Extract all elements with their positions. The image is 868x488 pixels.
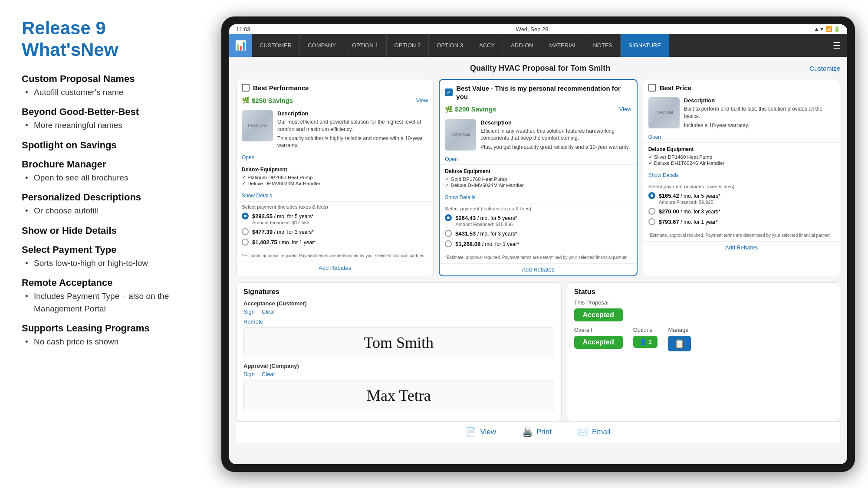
nav-logo[interactable]: 📊 <box>229 34 252 57</box>
bottom-action-bar: 📄View🖨️Print✉️Email <box>236 421 840 442</box>
feature-bullet: Sorts low-to-high or high-to-low <box>22 257 187 270</box>
option-checkbox-0[interactable] <box>242 84 250 92</box>
savings-badge-0: 🌿$250 Savings <box>242 96 293 104</box>
add-rebates-0[interactable]: Add Rebates <box>237 262 433 274</box>
radio-dot-1-1[interactable] <box>445 230 452 237</box>
payment-option-0-0[interactable]: $292.55 / mo. for 5 years*Amount Finance… <box>242 212 428 225</box>
customize-button[interactable]: Customize <box>809 65 840 72</box>
nav-tab-signature[interactable]: SIGNATURE <box>621 34 669 57</box>
customer-sig-actions: Sign Clear <box>243 308 554 315</box>
feature-heading: Spotlight on Savings <box>22 140 187 151</box>
show-details-1[interactable]: Show Details <box>440 192 636 203</box>
open-btn-wrapper-1: Open <box>440 154 636 164</box>
payment-amount-2-0: $165.42 <box>659 193 681 199</box>
payment-option-0-2[interactable]: $1,402.75 / mo. for 1 year* <box>242 238 428 246</box>
add-rebates-1[interactable]: Add Rebates <box>440 263 636 275</box>
status-time: 11:03 <box>236 26 250 33</box>
radio-dot-0-1[interactable] <box>242 228 249 235</box>
radio-dot-2-2[interactable] <box>648 218 655 225</box>
payment-details-0-1: $477.39 / mo. for 3 years* <box>252 228 314 236</box>
option-checkbox-2[interactable] <box>648 84 656 92</box>
hamburger-menu[interactable]: ☰ <box>826 34 847 57</box>
customer-clear-btn[interactable]: Clear <box>262 308 275 315</box>
customer-signature: Tom Smith <box>243 327 554 358</box>
feature-heading: Custom Proposal Names <box>22 73 187 85</box>
payment-option-1-0[interactable]: $264.43 / mo. for 5 years*Amount Finance… <box>445 214 631 227</box>
main-title: Release 9 What'sNew <box>22 17 187 61</box>
show-details-0[interactable]: Show Details <box>237 190 433 201</box>
savings-badge-1: 🌿$200 Savings <box>445 105 496 113</box>
payment-option-1-2[interactable]: $1,268.08 / mo. for 1 year* <box>445 240 631 248</box>
view-link-0[interactable]: View <box>416 97 428 104</box>
option-card-0: Best Performance🌿$250 SavingsViewHVAC Un… <box>236 79 434 276</box>
payment-label-2: Select payment (includes taxes & fees) <box>648 184 835 189</box>
radio-dot-0-2[interactable] <box>242 239 249 246</box>
equipment-item-2-0: ✓ Silver DP1460 Heat Pump <box>648 154 835 160</box>
feature-bullet: Autofill customer's name <box>22 86 187 99</box>
payment-label-0: Select payment (includes taxes & fees) <box>242 204 428 210</box>
payment-option-2-1[interactable]: $270.00 / mo. for 3 years* <box>648 207 835 215</box>
nav-tab-add-on[interactable]: ADD-ON <box>503 34 541 57</box>
option-checkbox-1[interactable]: ✓ <box>445 88 453 96</box>
nav-tab-option-3[interactable]: OPTION 3 <box>429 34 471 57</box>
payment-amount-1-2: $1,268.08 <box>455 241 482 247</box>
nav-tab-option-1[interactable]: OPTION 1 <box>344 34 387 57</box>
payment-term-2-2: / mo. for 1 year* <box>681 219 717 225</box>
nav-tab-accy[interactable]: ACCY <box>471 34 503 57</box>
bottom-action-email[interactable]: ✉️Email <box>578 427 611 437</box>
nav-tab-notes[interactable]: NOTES <box>585 34 621 57</box>
company-sign-btn[interactable]: Sign <box>243 371 255 377</box>
payment-option-2-2[interactable]: $793.67 / mo. for 1 year* <box>648 218 835 226</box>
options-row: Best Performance🌿$250 SavingsViewHVAC Un… <box>236 79 840 276</box>
nav-tab-option-2[interactable]: OPTION 2 <box>387 34 429 57</box>
option-header-1: ✓Best Value - This is my personal recomm… <box>440 80 636 104</box>
bottom-action-print[interactable]: 🖨️Print <box>522 427 552 437</box>
payment-option-2-0[interactable]: $165.42 / mo. for 5 years*Amount Finance… <box>648 192 835 205</box>
radio-dot-1-2[interactable] <box>445 240 452 247</box>
payment-term-1-1: / mo. for 3 years* <box>477 231 517 237</box>
leaf-icon: 🌿 <box>242 96 250 104</box>
open-btn-2[interactable]: Open <box>648 134 661 140</box>
desc-text-1: Efficient in any weather, this solution … <box>480 128 631 142</box>
desc-text2-1: Plus, you get high-quality great reliabi… <box>480 144 631 151</box>
payment-financed-2-0: Amount Financed: $9,925 <box>659 200 720 205</box>
radio-dot-1-0[interactable] <box>445 214 452 221</box>
radio-dot-0-0[interactable] <box>242 213 249 219</box>
equipment-item-0-0: ✓ Platinum DP2060 Heat Pump <box>242 174 428 180</box>
open-btn-wrapper-2: Open <box>643 131 840 142</box>
payment-term-0-0: / mo. for 5 years* <box>274 213 314 219</box>
radio-dot-2-1[interactable] <box>648 208 655 215</box>
open-btn-1[interactable]: Open <box>445 156 457 162</box>
add-rebates-2[interactable]: Add Rebates <box>643 241 840 253</box>
bottom-action-view[interactable]: 📄View <box>466 427 496 437</box>
signatures-box: Signatures Acceptance (Customer) Sign Cl… <box>236 282 562 421</box>
payment-option-1-1[interactable]: $431.53 / mo. for 3 years* <box>445 229 631 237</box>
overall-label: Overall <box>574 327 623 333</box>
manage-button[interactable]: 📋 <box>668 336 691 351</box>
open-btn-0[interactable]: Open <box>242 154 254 160</box>
savings-row-0: 🌿$250 SavingsView <box>237 95 433 108</box>
payment-details-2-0: $165.42 / mo. for 5 years*Amount Finance… <box>659 192 720 205</box>
nav-tab-material[interactable]: MATERIAL <box>541 34 585 57</box>
feature-heading: Brochure Manager <box>22 159 187 170</box>
radio-dot-2-0[interactable] <box>648 192 655 199</box>
options-label: Options <box>633 327 658 333</box>
nav-tab-company[interactable]: COMPANY <box>300 34 344 57</box>
payment-option-0-1[interactable]: $477.39 / mo. for 3 years* <box>242 228 428 236</box>
remote-btn[interactable]: Remote <box>243 318 263 325</box>
company-clear-btn[interactable]: Clear <box>262 371 275 377</box>
overall-accepted-badge: Accepted <box>574 336 623 349</box>
product-image-0: HVAC Unit <box>242 110 273 141</box>
tablet-frame: 11:03 Wed, Sep 28 ▲▼ 📶 🔋 📊 CUSTOMERCOMPA… <box>221 16 855 472</box>
feature-section: Show or Hide Details <box>22 225 187 236</box>
product-image-2: HVAC Unit <box>648 97 680 128</box>
show-details-2[interactable]: Show Details <box>643 170 840 181</box>
status-date: Wed, Sep 28 <box>516 26 549 33</box>
nav-tabs: CUSTOMERCOMPANYOPTION 1OPTION 2OPTION 3A… <box>252 34 826 57</box>
view-link-1[interactable]: View <box>619 106 631 112</box>
payment-details-2-1: $270.00 / mo. for 3 years* <box>659 207 720 215</box>
payment-financed-1-0: Amount Financed: $15,866 <box>455 222 517 227</box>
open-btn-wrapper-0: Open <box>237 152 433 163</box>
customer-sign-btn[interactable]: Sign <box>243 308 255 315</box>
nav-tab-customer[interactable]: CUSTOMER <box>252 34 300 57</box>
